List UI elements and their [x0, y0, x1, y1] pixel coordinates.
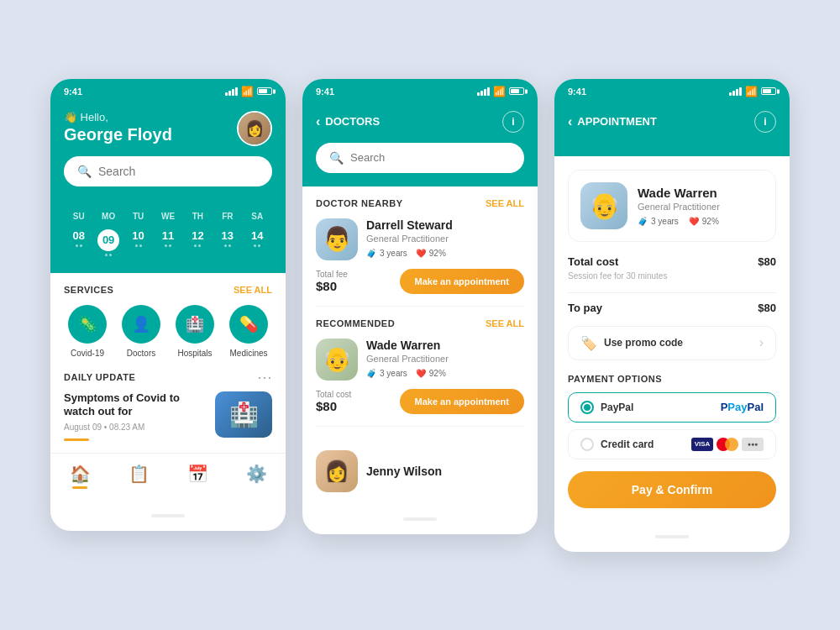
back-arrow-icon-3: ‹	[568, 114, 572, 129]
paypal-option-left: PayPal	[580, 401, 633, 414]
heart-icon-3: ❤️	[689, 217, 699, 226]
payment-options-section: PAYMENT OPTIONS PayPal PPayPal Credi	[568, 374, 776, 459]
scroll-indicator-1	[151, 514, 185, 517]
paypal-logo: PPayPal	[721, 401, 764, 413]
service-doctors[interactable]: 👤 Doctors	[118, 305, 165, 358]
wade-details: Wade Warren General Practitioner 🧳 3 yea…	[366, 339, 524, 378]
darrell-appt-btn[interactable]: Make an appointment	[400, 269, 524, 294]
info-button[interactable]: i	[502, 111, 524, 133]
service-hospitals-label: Hospitals	[177, 349, 212, 358]
nav-home[interactable]: 🏠	[70, 464, 91, 489]
service-covid-label: Covid-19	[71, 349, 104, 358]
battery-icon-3	[761, 87, 776, 95]
services-see-all[interactable]: SEE ALL	[234, 285, 272, 295]
medicines-icon: 💊	[229, 305, 268, 344]
battery-icon	[257, 87, 272, 95]
darrell-avatar: 👨	[316, 218, 358, 260]
jenny-card[interactable]: 👩 Jenny Wilson	[316, 438, 524, 492]
darrell-experience: 🧳 3 years	[366, 249, 407, 258]
nav-settings[interactable]: ⚙️	[246, 464, 267, 489]
jenny-name: Jenny Wilson	[366, 465, 442, 478]
daily-update-title: DAILY UPDATE	[64, 372, 135, 382]
wade-name: Wade Warren	[366, 339, 524, 352]
darrell-rating: ❤️ 92%	[416, 249, 446, 258]
service-medicines[interactable]: 💊 Medicines	[225, 305, 272, 358]
wade-profile-info: Wade Warren General Practitioner 🧳 3 yea…	[638, 186, 720, 226]
service-hospitals[interactable]: 🏥 Hospitals	[171, 305, 218, 358]
search-icon-home: 🔍	[77, 165, 92, 178]
services-section: SERVICES SEE ALL 🦠 Covid-19 👤 Doctors 🏥 …	[50, 273, 286, 454]
briefcase-icon-2: 🧳	[366, 369, 376, 378]
nav-active-indicator	[72, 486, 87, 489]
wifi-icon-2: 📶	[493, 86, 506, 97]
status-bar-3: 9:41 📶	[554, 79, 790, 102]
doctors-search-bar[interactable]: 🔍	[316, 143, 524, 173]
bottom-nav: 🏠 📋 📅 ⚙️	[50, 453, 286, 501]
darrell-specialty: General Practitioner	[366, 234, 524, 244]
promo-code-row[interactable]: 🏷️ Use promo code ›	[568, 326, 776, 360]
doctors-header: ‹ DOCTORS i 🔍	[302, 102, 538, 186]
home-nav-icon: 🏠	[70, 464, 91, 484]
appointment-back-btn[interactable]: ‹ APPOINTMENT	[568, 114, 657, 129]
services-title: SERVICES	[64, 285, 113, 295]
wade-profile-specialty: General Practitioner	[638, 202, 720, 212]
recommended-see-all[interactable]: SEE ALL	[486, 318, 524, 328]
status-time-1: 9:41	[64, 87, 82, 97]
cal-date-14[interactable]: 14	[243, 226, 272, 260]
darrell-details: Darrell Steward General Practitioner 🧳 3…	[366, 218, 524, 258]
service-medicines-label: Medicines	[229, 349, 267, 358]
nav-calendar[interactable]: 📅	[187, 464, 208, 489]
wade-profile-name: Wade Warren	[638, 186, 720, 200]
home-search-bar[interactable]: 🔍	[64, 156, 272, 186]
cal-date-12[interactable]: 12	[183, 226, 213, 260]
recommended-section-header: RECOMMENDED SEE ALL	[316, 318, 524, 328]
cal-day-su: SU	[64, 212, 93, 221]
cal-date-10[interactable]: 10	[123, 226, 153, 260]
wade-appt-btn[interactable]: Make an appointment	[400, 389, 524, 414]
nearby-see-all[interactable]: SEE ALL	[486, 198, 524, 208]
news-card[interactable]: Symptoms of Covid to watch out for Augus…	[64, 391, 272, 442]
wade-stats: 🧳 3 years ❤️ 92%	[366, 369, 524, 378]
wade-profile-avatar: 👴	[580, 182, 627, 229]
briefcase-icon: 🧳	[366, 249, 376, 258]
heart-icon-2: ❤️	[416, 369, 426, 378]
nearby-title: DOCTOR NEARBY	[316, 198, 402, 208]
hospitals-icon: 🏥	[176, 305, 214, 344]
nav-records[interactable]: 📋	[129, 464, 150, 489]
screen3-phone: 9:41 📶 ‹ APPOINTMENT i	[554, 79, 790, 552]
cost-divider	[568, 292, 776, 293]
cal-date-08[interactable]: 08	[64, 226, 93, 260]
credit-card-option-left: Credit card	[580, 438, 654, 451]
info-button-3[interactable]: i	[754, 111, 776, 133]
pay-confirm-button[interactable]: Pay & Confirm	[568, 471, 776, 508]
user-name: George Floyd	[64, 125, 172, 144]
wade-profile-stats: 🧳 3 years ❤️ 92%	[638, 217, 720, 226]
doctor-card-wade: 👴 Wade Warren General Practitioner 🧳 3 y…	[316, 339, 524, 427]
doctor-card-darrell: 👨 Darrell Steward General Practitioner 🧳…	[316, 218, 524, 307]
session-note: Session fee for 30 minutes	[568, 271, 776, 281]
news-meta: August 09 • 08.23 AM	[64, 423, 207, 432]
more-options-button[interactable]: ⋯	[257, 370, 272, 385]
wade-avatar: 👴	[316, 339, 358, 381]
cal-date-13[interactable]: 13	[213, 226, 242, 260]
doctors-search-input[interactable]	[350, 151, 511, 164]
paypal-option[interactable]: PayPal PPayPal	[568, 392, 776, 423]
wade-experience: 🧳 3 years	[366, 369, 407, 378]
service-covid[interactable]: 🦠 Covid-19	[64, 305, 111, 358]
home-search-input[interactable]	[98, 165, 259, 178]
wade-profile-rating: ❤️ 92%	[689, 217, 719, 226]
cal-date-11[interactable]: 11	[153, 226, 182, 260]
greeting-text: 👋 Hello,	[64, 111, 172, 123]
paypal-radio	[580, 401, 594, 414]
calendar: SU MO TU WE TH FR SA 08 09 10	[50, 203, 286, 273]
total-cost-label: Total cost	[568, 255, 618, 268]
cal-date-09[interactable]: 09	[93, 226, 123, 260]
briefcase-icon-3: 🧳	[638, 217, 648, 226]
screen2-phone: 9:41 📶 ‹ DOCTORS i 🔍	[302, 79, 538, 534]
payment-options-title: PAYMENT OPTIONS	[568, 374, 776, 384]
credit-card-radio	[580, 438, 594, 451]
credit-card-option[interactable]: Credit card VISA ●●●	[568, 429, 776, 459]
doctors-back-btn[interactable]: ‹ DOCTORS	[316, 114, 380, 129]
to-pay-value: $80	[758, 302, 776, 314]
darrell-stats: 🧳 3 years ❤️ 92%	[366, 249, 524, 258]
